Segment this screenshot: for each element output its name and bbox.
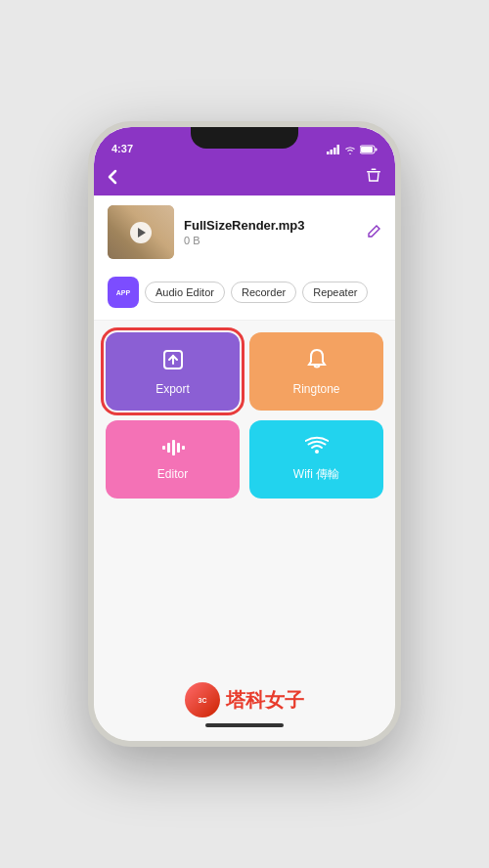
svg-rect-1 <box>331 150 333 154</box>
wifi-transfer-icon <box>305 436 329 460</box>
svg-rect-10 <box>162 446 165 450</box>
trash-button[interactable] <box>366 167 381 187</box>
wifi-transfer-label: Wifi 傳輸 <box>293 466 339 483</box>
phone-frame: 4:37 <box>88 121 401 747</box>
editor-icon <box>161 439 185 461</box>
app-icon: APP <box>108 277 139 308</box>
file-size: 0 B <box>184 235 358 246</box>
play-button[interactable] <box>130 222 152 243</box>
signal-icon <box>327 145 340 154</box>
editor-button[interactable]: Editor <box>106 420 240 499</box>
svg-rect-5 <box>361 147 373 152</box>
svg-rect-6 <box>376 149 378 152</box>
feature-grid: Export Ringtone <box>106 332 383 499</box>
svg-rect-2 <box>333 148 336 154</box>
svg-point-15 <box>315 450 319 454</box>
back-button[interactable] <box>108 169 117 185</box>
brand-avatar: 3C <box>185 682 220 717</box>
status-time: 4:37 <box>111 143 133 154</box>
side-button-volume-up <box>88 256 90 280</box>
ringtone-icon <box>306 348 328 376</box>
editor-label: Editor <box>157 467 188 481</box>
grid-area: Export Ringtone <box>94 321 395 510</box>
tag-repeater[interactable]: Repeater <box>302 282 368 303</box>
wifi-transfer-button[interactable]: Wifi 傳輸 <box>249 420 383 499</box>
file-thumbnail <box>108 205 174 259</box>
brand-badge: 3C <box>199 697 207 704</box>
svg-rect-14 <box>182 446 185 450</box>
status-icons <box>327 145 378 154</box>
tag-recorder[interactable]: Recorder <box>231 282 296 303</box>
tag-audio-editor[interactable]: Audio Editor <box>145 282 225 303</box>
battery-icon <box>360 145 378 154</box>
brand-row: 3C 塔科女子 <box>185 682 304 717</box>
brand-name: 塔科女子 <box>226 687 304 714</box>
svg-rect-13 <box>177 443 180 453</box>
wifi-icon <box>344 146 356 154</box>
header-bar <box>94 158 395 195</box>
svg-rect-3 <box>337 145 340 154</box>
svg-rect-8 <box>372 169 377 171</box>
side-button-power <box>399 254 401 293</box>
app-label: APP <box>116 289 130 296</box>
side-button-mute <box>88 225 90 248</box>
phone-screen: 4:37 <box>94 127 395 741</box>
ringtone-label: Ringtone <box>292 382 339 396</box>
file-details: FullSizeRender.mp3 0 B <box>184 218 358 246</box>
export-icon <box>161 348 185 376</box>
notch <box>191 127 298 149</box>
svg-rect-0 <box>327 152 330 154</box>
export-button[interactable]: Export <box>106 332 240 411</box>
side-button-volume-down <box>88 287 90 311</box>
svg-rect-11 <box>167 443 170 453</box>
svg-rect-7 <box>367 171 380 173</box>
tags-row: APP Audio Editor Recorder Repeater <box>94 269 395 321</box>
bottom-area: 3C 塔科女子 <box>94 674 395 741</box>
content-area: FullSizeRender.mp3 0 B APP Audio Editor … <box>94 195 395 674</box>
export-label: Export <box>156 382 190 396</box>
file-info-row: FullSizeRender.mp3 0 B <box>94 195 395 269</box>
home-indicator <box>205 723 284 727</box>
ringtone-button[interactable]: Ringtone <box>249 332 383 411</box>
file-name: FullSizeRender.mp3 <box>184 218 358 233</box>
edit-icon[interactable] <box>368 224 381 240</box>
svg-rect-12 <box>172 440 175 456</box>
